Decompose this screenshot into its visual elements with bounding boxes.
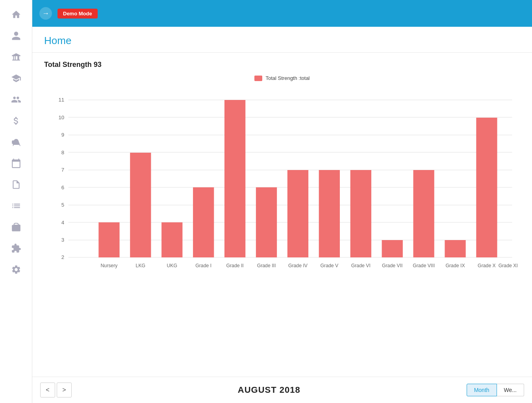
cal-view-week-button[interactable]: We... bbox=[497, 384, 524, 396]
sidebar-item-puzzle[interactable] bbox=[0, 238, 32, 259]
bar-grade8 bbox=[382, 240, 403, 257]
bar-grade6 bbox=[319, 170, 340, 257]
page-content: Home Total Strength 93 Total Strength :t… bbox=[32, 27, 532, 403]
page-header: Home bbox=[32, 27, 532, 53]
chart-heading: Total Strength 93 bbox=[44, 61, 520, 69]
cal-nav-arrows: < > bbox=[40, 383, 72, 397]
svg-text:Grade IX: Grade IX bbox=[445, 263, 465, 268]
bar-chart-container: 11 10 9 8 7 6 5 4 3 2 bbox=[44, 84, 520, 373]
bar-grade4 bbox=[256, 187, 277, 257]
svg-text:11: 11 bbox=[58, 97, 64, 103]
chart-legend: Total Strength :total bbox=[44, 75, 520, 81]
cal-next-button[interactable]: > bbox=[57, 383, 72, 397]
svg-text:LKG: LKG bbox=[136, 263, 146, 268]
sidebar-item-teacher[interactable] bbox=[0, 89, 32, 110]
sidebar-item-finance[interactable] bbox=[0, 110, 32, 131]
legend-label: Total Strength :total bbox=[265, 75, 310, 81]
svg-text:10: 10 bbox=[58, 115, 64, 120]
svg-text:Grade III: Grade III bbox=[257, 263, 276, 268]
calendar-nav: < > AUGUST 2018 Month We... bbox=[32, 377, 532, 403]
bar-grade7 bbox=[350, 170, 371, 257]
sidebar bbox=[0, 0, 32, 403]
svg-text:Grade I: Grade I bbox=[195, 263, 211, 268]
sidebar-item-school[interactable] bbox=[0, 46, 32, 68]
bar-grade9 bbox=[413, 170, 434, 257]
svg-text:Grade VIII: Grade VIII bbox=[413, 263, 435, 268]
svg-text:6: 6 bbox=[61, 185, 64, 190]
svg-text:5: 5 bbox=[61, 202, 64, 208]
main-wrap: → Demo Mode Home Total Strength 93 Total… bbox=[32, 0, 532, 403]
cal-view-month-button[interactable]: Month bbox=[467, 384, 497, 396]
svg-text:UKG: UKG bbox=[167, 263, 177, 268]
bar-grade1 bbox=[161, 222, 182, 257]
bar-chart: 11 10 9 8 7 6 5 4 3 2 bbox=[44, 84, 520, 273]
bar-grade2 bbox=[193, 187, 214, 257]
bar-grade11 bbox=[476, 118, 497, 257]
svg-text:Grade X: Grade X bbox=[478, 263, 496, 268]
svg-text:2: 2 bbox=[61, 254, 64, 260]
top-bar: → Demo Mode bbox=[32, 0, 532, 27]
svg-text:Grade XI: Grade XI bbox=[499, 263, 518, 268]
bar-grade3 bbox=[224, 100, 245, 257]
svg-text:Grade VI: Grade VI bbox=[351, 263, 371, 268]
chart-section: Total Strength 93 Total Strength :total bbox=[32, 53, 532, 377]
svg-text:Grade V: Grade V bbox=[321, 263, 339, 268]
sidebar-item-settings[interactable] bbox=[0, 259, 32, 280]
bar-lkg bbox=[98, 222, 119, 257]
cal-month-label: AUGUST 2018 bbox=[238, 385, 300, 395]
svg-text:Grade II: Grade II bbox=[226, 263, 243, 268]
svg-text:Grade IV: Grade IV bbox=[288, 263, 308, 268]
sidebar-item-transport[interactable] bbox=[0, 131, 32, 153]
sidebar-item-calendar[interactable] bbox=[0, 153, 32, 174]
demo-mode-badge: Demo Mode bbox=[57, 9, 98, 18]
page-title: Home bbox=[44, 35, 520, 47]
svg-text:Nursery: Nursery bbox=[100, 263, 118, 268]
sidebar-item-graduation[interactable] bbox=[0, 68, 32, 89]
sidebar-item-list[interactable] bbox=[0, 195, 32, 216]
svg-text:9: 9 bbox=[61, 132, 64, 138]
sidebar-item-briefcase[interactable] bbox=[0, 216, 32, 238]
svg-text:4: 4 bbox=[61, 220, 64, 226]
sidebar-item-home[interactable] bbox=[0, 4, 32, 25]
bar-grade10 bbox=[445, 240, 465, 257]
nav-arrow-button[interactable]: → bbox=[39, 7, 52, 20]
svg-text:8: 8 bbox=[61, 150, 64, 155]
cal-view-buttons: Month We... bbox=[467, 384, 524, 396]
svg-text:3: 3 bbox=[61, 237, 64, 243]
sidebar-item-reports[interactable] bbox=[0, 174, 32, 195]
bar-ukg bbox=[130, 153, 151, 257]
sidebar-item-profile[interactable] bbox=[0, 25, 32, 46]
svg-text:Grade VII: Grade VII bbox=[382, 263, 403, 268]
svg-text:7: 7 bbox=[61, 167, 64, 173]
legend-color bbox=[254, 76, 262, 81]
bar-grade5 bbox=[287, 170, 308, 257]
cal-prev-button[interactable]: < bbox=[40, 383, 55, 397]
